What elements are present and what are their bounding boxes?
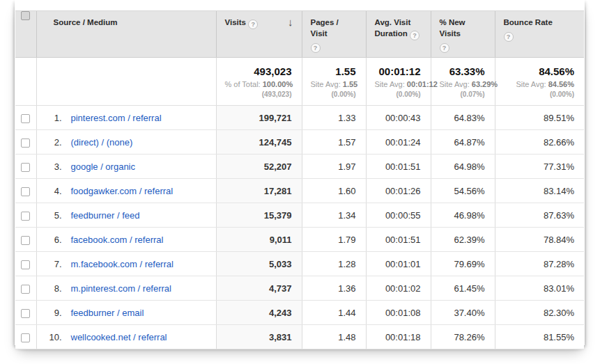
column-header-visits[interactable]: Visits ? ↓ [216,11,302,58]
column-header-label: Avg. Visit Duration [375,18,411,38]
source-medium-cell: 9.feedburner / email [36,301,216,325]
source-medium-link[interactable]: facebook.com / referral [71,235,164,245]
column-header-label: Visits [225,18,246,26]
bounce-rate-cell: 87.63% [495,203,584,228]
help-icon[interactable]: ? [410,31,420,40]
avg-visit-duration-cell: 00:01:02 [366,276,431,301]
table-row: 9.feedburner / email 4,243 1.44 00:01:08… [15,301,584,325]
avg-visit-duration-cell: 00:01:26 [366,179,431,203]
row-rank: 9. [45,308,62,318]
avg-new-visits-value: 63.33% [440,65,485,78]
row-checkbox[interactable] [21,212,30,221]
row-checkbox[interactable] [21,333,30,342]
summary-new-visits-cell: 63.33% Site Avg: 63.29% (0.07%) [431,58,495,106]
visits-cell: 199,721 [216,106,302,130]
source-medium-link[interactable]: feedburner / feed [71,210,140,221]
new-visits-cell: 54.56% [431,179,495,203]
summary-visits-cell: 493,023 % of Total: 100.00% (493,023) [216,58,302,106]
new-visits-cell: 62.39% [431,228,495,252]
pages-per-visit-cell: 1.60 [302,179,366,203]
bounce-rate-cell: 81.55% [495,325,584,349]
table-row: 4.foodgawker.com / referral 17,281 1.60 … [15,179,584,203]
source-medium-cell: 5.feedburner / feed [36,203,216,228]
column-header-bounce-rate[interactable]: Bounce Rate ? [495,11,584,58]
column-header-pages-visit[interactable]: Pages / Visit ? [302,11,366,58]
select-all-checkbox[interactable] [21,11,30,20]
table-row: 2.(direct) / (none) 124,745 1.57 00:01:2… [15,130,584,155]
column-header-source-medium[interactable]: Source / Medium [36,11,216,58]
select-all-header-cell [15,11,36,58]
summary-empty-cell [15,58,36,106]
bounce-rate-cell: 83.14% [495,179,584,203]
row-checkbox-cell [15,325,36,349]
help-icon[interactable]: ? [504,32,514,42]
visits-cell: 9,011 [216,228,302,252]
column-header-label: % New Visits [440,18,466,38]
source-medium-link[interactable]: m.facebook.com / referral [71,259,174,269]
column-header-avg-visit-duration[interactable]: Avg. Visit Duration ? [366,11,431,58]
bounce-rate-cell: 89.51% [495,106,584,130]
row-rank: 7. [45,259,62,269]
row-checkbox[interactable] [21,309,30,318]
bounce-rate-cell: 83.01% [495,276,584,301]
visits-cell: 3,831 [216,325,302,349]
row-checkbox-cell [15,203,36,228]
source-medium-cell: 1.pinterest.com / referral [36,106,216,130]
table-row: 8.m.pinterest.com / referral 4,737 1.36 … [15,276,584,301]
source-medium-link[interactable]: wellcooked.net / referral [71,332,167,342]
visits-cell: 15,379 [216,203,302,228]
row-checkbox[interactable] [21,163,30,172]
total-visits-value: 493,023 [225,65,292,78]
total-visits-paren: (493,023) [225,90,292,99]
source-medium-cell: 4.foodgawker.com / referral [36,179,216,203]
row-checkbox[interactable] [21,139,30,148]
avg-pages-value: 1.55 [311,65,356,78]
row-rank: 5. [45,210,62,221]
avg-visit-duration-cell: 00:00:43 [366,106,431,130]
avg-visit-duration-cell: 00:01:18 [366,325,431,349]
row-checkbox[interactable] [21,260,30,269]
source-medium-link[interactable]: pinterest.com / referral [71,113,162,123]
pages-per-visit-cell: 1.33 [302,106,366,130]
row-checkbox[interactable] [21,236,30,245]
visits-cell: 5,033 [216,252,302,276]
bounce-rate-cell: 77.31% [495,155,584,179]
row-checkbox[interactable] [21,285,30,294]
source-medium-link[interactable]: google / organic [71,161,136,172]
row-checkbox[interactable] [21,114,30,123]
help-icon[interactable]: ? [248,19,258,29]
column-header-new-visits[interactable]: % New Visits ? [431,11,495,58]
source-medium-link[interactable]: foodgawker.com / referral [71,186,174,196]
pages-per-visit-cell: 1.28 [302,252,366,276]
source-medium-link[interactable]: (direct) / (none) [71,137,133,148]
pages-per-visit-cell: 1.79 [302,228,366,252]
column-header-label: Bounce Rate [504,18,553,26]
help-icon[interactable]: ? [440,43,449,53]
table-row: 10.wellcooked.net / referral 3,831 1.48 … [15,325,584,349]
new-visits-cell: 37.40% [431,301,495,325]
avg-visit-duration-cell: 00:01:24 [366,130,431,155]
pages-per-visit-cell: 1.48 [302,325,366,349]
sort-descending-icon[interactable]: ↓ [288,17,293,28]
summary-bounce-cell: 84.56% Site Avg: 84.56% (0.00%) [495,58,584,106]
source-medium-link[interactable]: m.pinterest.com / referral [71,283,172,294]
avg-visit-duration-cell: 00:00:55 [366,203,431,228]
row-rank: 1. [45,113,62,123]
row-checkbox-cell [15,106,36,130]
source-medium-link[interactable]: feedburner / email [71,308,144,318]
row-checkbox-cell [15,130,36,155]
avg-visit-duration-cell: 00:01:08 [366,301,431,325]
row-rank: 10. [45,332,62,342]
table-row: 5.feedburner / feed 15,379 1.34 00:00:55… [15,203,584,228]
source-medium-cell: 6.facebook.com / referral [36,228,216,252]
avg-duration-value: 00:01:12 [375,65,421,78]
help-icon[interactable]: ? [311,43,321,53]
avg-visit-duration-cell: 00:01:01 [366,252,431,276]
row-checkbox[interactable] [21,187,30,196]
pages-per-visit-cell: 1.44 [302,301,366,325]
visits-cell: 4,243 [216,301,302,325]
visits-cell: 17,281 [216,179,302,203]
table-header-row: Source / Medium Visits ? ↓ Pages / Visit… [15,11,584,58]
row-checkbox-cell [15,228,36,252]
row-checkbox-cell [15,155,36,179]
